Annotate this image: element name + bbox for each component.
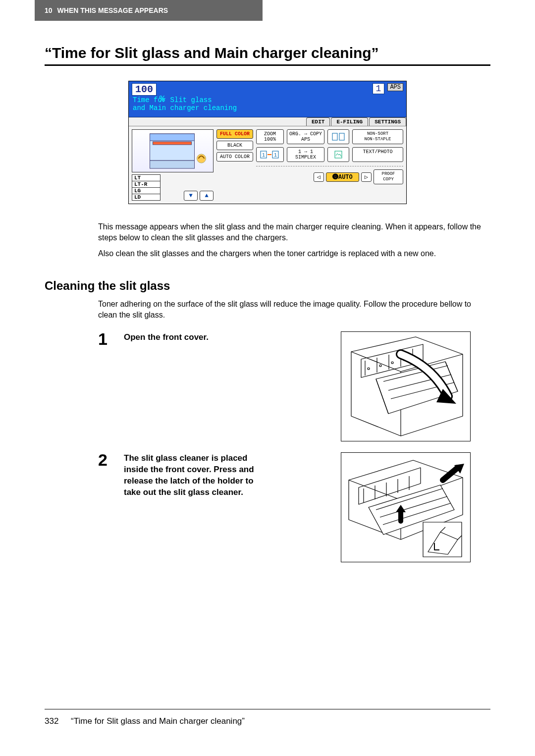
footer-rule [45, 709, 490, 709]
original-mode-icon[interactable] [327, 147, 349, 162]
chapter-header: 10 WHEN THIS MESSAGE APPEARS [35, 0, 263, 21]
footer-title: “Time for Slit glass and Main charger cl… [71, 716, 245, 726]
auto-color-button[interactable]: AUTO COLOR [216, 152, 253, 162]
chapter-number: 10 [45, 6, 53, 14]
subsection-intro: Toner adhering on the surface of the sli… [98, 299, 490, 321]
intro-paragraph-1: This message appears when the slit glass… [98, 221, 490, 243]
step-1-illustration [341, 331, 471, 441]
printer-preview-column: LT LT-R LG LD ▼ ▲ [132, 129, 214, 201]
svg-rect-2 [153, 142, 192, 145]
auto-label: AUTO [338, 174, 353, 181]
color-mode-column: FULL COLOR BLACK AUTO COLOR [216, 129, 253, 201]
density-right-icon[interactable]: ▷ [361, 172, 372, 182]
section-title: “Time for Slit glass and Main charger cl… [45, 45, 490, 61]
chapter-title: WHEN THIS MESSAGE APPEARS [57, 6, 168, 14]
mfp-tab-row: EDIT E-FILING SETTINGS [129, 117, 406, 126]
step-1: 1 Open the front cover. [98, 331, 490, 441]
zoom-cell[interactable]: ZOOM100% [256, 129, 284, 144]
step-1-text: Open the front cover. [124, 331, 268, 441]
svg-rect-1 [150, 134, 195, 141]
printer-illustration [132, 129, 214, 172]
density-auto-button[interactable]: 🅠AUTO [326, 172, 359, 182]
zoom-value: 100 [132, 83, 157, 96]
text-photo-cell[interactable]: TEXT/PHOTO [352, 147, 403, 162]
copy-count: 1 [373, 83, 385, 94]
step-2: 2 The slit glass cleaner is placed insid… [98, 452, 490, 562]
mfp-body: LT LT-R LG LD ▼ ▲ [129, 126, 406, 204]
scroll-down-icon[interactable]: ▼ [184, 191, 198, 201]
section-rule [45, 64, 490, 66]
duplex-icon[interactable]: 11 [256, 147, 284, 162]
tab-efiling[interactable]: E-FILING [331, 117, 368, 126]
paper-size-ltr[interactable]: LT-R [132, 181, 160, 188]
page-footer: 332 “Time for Slit glass and Main charge… [45, 709, 490, 726]
subsection-title: Cleaning the slit glass [45, 279, 490, 293]
svg-text:1: 1 [274, 153, 277, 158]
page-number: 332 [45, 716, 58, 726]
status-message: Time for Slit glass and Main charger cle… [133, 96, 237, 112]
paper-size-ld[interactable]: LD [132, 194, 160, 201]
scroll-up-icon[interactable]: ▲ [200, 191, 214, 201]
non-sort-cell[interactable]: NON-SORTNON-STAPLE [352, 129, 403, 144]
status-line-1: Time for Slit glass [133, 96, 237, 104]
step-2-text: The slit glass cleaner is placed inside … [124, 452, 268, 562]
paper-size-lg[interactable]: LG [132, 188, 160, 194]
svg-point-14 [391, 362, 393, 364]
black-button[interactable]: BLACK [216, 141, 253, 150]
simplex-cell[interactable]: 1 → 1SIMPLEX [287, 147, 324, 162]
device-screen-figure: 100 % 1 APS Time for Slit glass and Main… [45, 81, 490, 204]
svg-rect-3 [150, 161, 195, 168]
svg-point-4 [197, 154, 206, 163]
proof-copy-cell[interactable]: PROOFCOPY [374, 169, 403, 184]
step-2-number: 2 [98, 452, 124, 562]
tab-edit[interactable]: EDIT [306, 117, 330, 126]
intro-paragraph-2: Also clean the slit glasses and the char… [98, 248, 490, 259]
svg-rect-16 [423, 522, 462, 557]
svg-point-13 [379, 365, 381, 367]
step-1-number: 1 [98, 331, 124, 441]
finisher-icon[interactable] [327, 129, 349, 144]
svg-text:1: 1 [262, 153, 265, 158]
settings-grid: ZOOM100% ORG. → COPYAPS NON-SORTNON-STAP… [256, 129, 403, 201]
paper-size-list: LT LT-R LG LD [132, 174, 160, 201]
step-2-illustration [341, 452, 471, 562]
svg-rect-6 [339, 133, 344, 140]
tab-settings[interactable]: SETTINGS [369, 117, 406, 126]
svg-point-12 [368, 368, 370, 370]
mfp-panel: 100 % 1 APS Time for Slit glass and Main… [128, 81, 407, 204]
aps-indicator: APS [387, 83, 403, 91]
paper-size-lt[interactable]: LT [132, 174, 160, 181]
mfp-status-bar: 100 % 1 APS Time for Slit glass and Main… [129, 81, 406, 117]
full-color-button[interactable]: FULL COLOR [216, 129, 253, 139]
density-left-icon[interactable]: ◁ [314, 172, 324, 182]
org-copy-cell[interactable]: ORG. → COPYAPS [287, 129, 324, 144]
svg-rect-5 [332, 133, 337, 140]
status-line-2: and Main charger cleaning [133, 104, 237, 112]
